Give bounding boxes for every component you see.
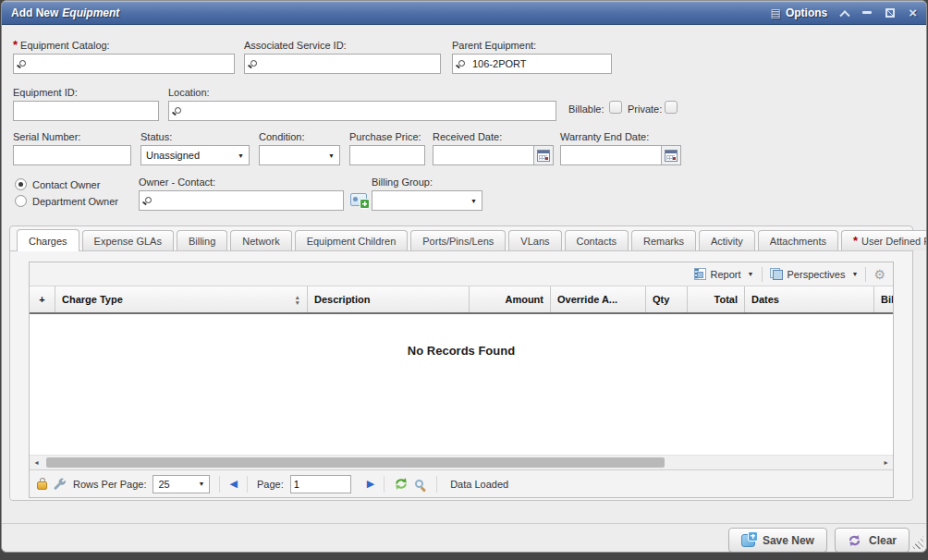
tab-charges[interactable]: Charges xyxy=(17,229,79,251)
collapse-icon[interactable] xyxy=(840,10,850,20)
condition-select[interactable]: ▼ xyxy=(259,145,340,165)
owner-contact-label: Owner - Contact: xyxy=(139,177,344,188)
charges-grid: Report ▼ Perspectives ▼ ⚙ + Charge xyxy=(29,262,894,498)
column-description[interactable]: Description xyxy=(308,286,470,312)
titlebar[interactable]: Add NewEquipment ▤ Options × xyxy=(2,1,926,25)
column-dates[interactable]: Dates xyxy=(745,286,874,312)
tab-activity[interactable]: Activity xyxy=(699,230,755,250)
popout-icon[interactable] xyxy=(885,8,895,18)
purchase-price-input[interactable] xyxy=(349,145,425,165)
calendar-button[interactable] xyxy=(662,145,681,165)
location-lookup xyxy=(168,101,556,121)
equipment-catalog-input[interactable] xyxy=(31,57,230,70)
lookup-magnifier-icon xyxy=(175,107,181,114)
options-button[interactable]: ▤ Options xyxy=(771,6,828,19)
perspectives-button[interactable]: Perspectives ▼ xyxy=(770,268,859,280)
lock-icon[interactable] xyxy=(37,481,47,490)
parent-equipment-lookup xyxy=(452,54,612,74)
warranty-end-date-input[interactable] xyxy=(560,145,662,165)
department-owner-radio[interactable] xyxy=(15,195,27,207)
department-owner-option[interactable]: Department Owner xyxy=(15,195,118,207)
search-icon[interactable] xyxy=(415,480,423,488)
field-associated-service-id: Associated Service ID: xyxy=(244,40,441,74)
column-bill[interactable]: Bill xyxy=(874,286,893,312)
grid-toolbar: Report ▼ Perspectives ▼ ⚙ xyxy=(30,262,893,286)
location-input[interactable] xyxy=(187,104,552,117)
wrench-icon[interactable] xyxy=(54,478,67,491)
field-purchase-price: Purchase Price: xyxy=(349,131,425,165)
department-owner-label: Department Owner xyxy=(32,196,118,207)
column-total[interactable]: Total xyxy=(688,286,745,312)
associated-service-id-lookup xyxy=(244,54,441,74)
equipment-id-input[interactable] xyxy=(13,101,159,121)
next-page-button[interactable]: ▶ xyxy=(367,479,374,489)
private-checkbox[interactable] xyxy=(665,101,678,114)
add-new-equipment-window: Add NewEquipment ▤ Options × * Equipment… xyxy=(1,0,927,553)
tab-network[interactable]: Network xyxy=(230,230,291,250)
tab-contacts[interactable]: Contacts xyxy=(565,230,629,250)
charges-tab-content: Report ▼ Perspectives ▼ ⚙ + Charge xyxy=(10,250,912,500)
status-text: Data Loaded xyxy=(450,479,508,490)
tab-billing[interactable]: Billing xyxy=(177,230,227,250)
billing-group-label: Billing Group: xyxy=(372,177,482,188)
field-warranty-end-date: Warranty End Date: xyxy=(560,131,681,165)
associated-service-id-input[interactable] xyxy=(263,57,436,70)
save-new-button[interactable]: Save New xyxy=(728,528,827,553)
pager-divider xyxy=(219,476,220,493)
received-date-input[interactable] xyxy=(433,145,534,165)
calendar-button[interactable] xyxy=(534,145,554,165)
parent-equipment-input[interactable] xyxy=(470,57,607,70)
calendar-icon xyxy=(665,150,678,162)
tab-expense-glas[interactable]: Expense GLAs xyxy=(82,230,174,250)
resize-handle[interactable] xyxy=(910,536,923,549)
tab-attachments[interactable]: Attachments xyxy=(758,230,838,250)
clear-refresh-icon xyxy=(848,534,861,547)
contact-owner-option[interactable]: Contact Owner xyxy=(15,178,118,190)
tab-ports-pins-lens[interactable]: Ports/Pins/Lens xyxy=(410,230,506,250)
pagination-bar: Rows Per Page: 25 ▼ ◀ Page: ▶ xyxy=(30,469,893,497)
previous-page-button[interactable]: ◀ xyxy=(229,479,237,489)
scroll-left-icon[interactable]: ◂ xyxy=(30,456,43,469)
page-input[interactable] xyxy=(290,475,351,493)
scroll-right-icon[interactable]: ▸ xyxy=(879,456,893,469)
contact-owner-label: Contact Owner xyxy=(32,179,100,190)
tab-vlans[interactable]: VLans xyxy=(508,230,561,250)
column-override-amount[interactable]: Override A... xyxy=(551,286,646,312)
equipment-id-label: Equipment ID: xyxy=(13,87,159,98)
tab-user-defined-fields[interactable]: * User Defined Fields xyxy=(841,230,927,250)
column-qty[interactable]: Qty xyxy=(646,286,688,312)
column-amount[interactable]: Amount xyxy=(470,286,551,312)
minimize-icon[interactable] xyxy=(862,11,872,14)
close-icon[interactable]: × xyxy=(909,6,917,19)
gear-icon[interactable]: ⚙ xyxy=(873,268,885,281)
report-button[interactable]: Report ▼ xyxy=(694,268,754,280)
billable-label: Billable: xyxy=(568,103,604,115)
column-expand-all[interactable]: + xyxy=(30,286,55,312)
field-location: Location: xyxy=(168,87,556,121)
horizontal-scrollbar[interactable]: ◂ ▸ xyxy=(30,455,893,469)
rows-per-page-select[interactable]: 25 ▼ xyxy=(153,475,210,493)
refresh-icon[interactable] xyxy=(394,477,409,491)
scrollbar-track[interactable] xyxy=(43,456,879,469)
empty-message: No Records Found xyxy=(30,314,893,358)
associated-service-id-label: Associated Service ID: xyxy=(244,40,441,51)
contact-owner-radio[interactable] xyxy=(15,178,27,190)
required-asterisk-icon: * xyxy=(13,42,18,49)
billable-checkbox[interactable] xyxy=(609,101,622,114)
condition-label: Condition: xyxy=(259,131,340,142)
add-contact-icon[interactable] xyxy=(350,193,367,206)
clear-button[interactable]: Clear xyxy=(835,528,910,553)
scrollbar-thumb[interactable] xyxy=(46,457,665,468)
chevron-down-icon: ▼ xyxy=(328,152,335,159)
serial-number-input[interactable] xyxy=(13,145,131,165)
sort-icon[interactable]: ▲▼ xyxy=(289,295,300,305)
billing-group-select[interactable]: ▼ xyxy=(372,190,482,211)
tab-equipment-children[interactable]: Equipment Children xyxy=(295,230,409,250)
chevron-down-icon: ▼ xyxy=(238,152,244,159)
status-select[interactable]: Unassigned ▼ xyxy=(140,145,250,165)
tab-remarks[interactable]: Remarks xyxy=(631,230,696,250)
chevron-down-icon: ▼ xyxy=(748,271,754,277)
owner-contact-input[interactable] xyxy=(157,194,339,207)
column-charge-type[interactable]: Charge Type ▲▼ xyxy=(55,286,308,312)
toolbar-divider xyxy=(865,267,866,282)
